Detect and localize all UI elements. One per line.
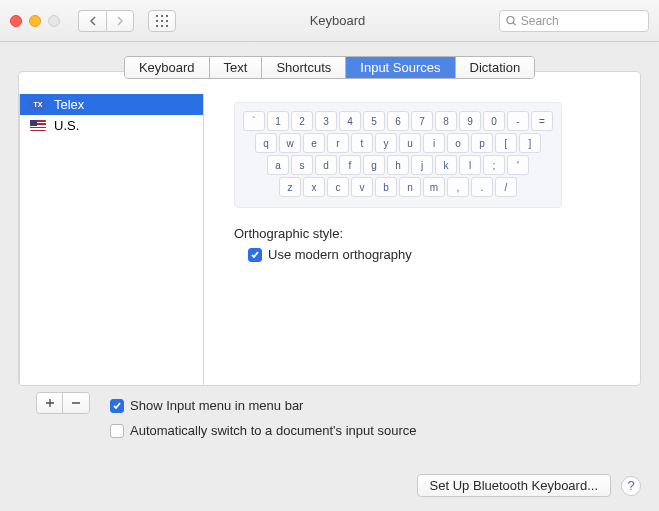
keyboard-row: qwertyuiop[] xyxy=(243,133,553,153)
tab-text[interactable]: Text xyxy=(210,57,263,78)
plus-icon xyxy=(45,398,55,408)
keyboard-layout-preview: `1234567890-=qwertyuiop[]asdfghjkl;'zxcv… xyxy=(234,102,562,208)
svg-rect-4 xyxy=(161,20,163,22)
show-all-button[interactable] xyxy=(148,10,176,32)
tabbar-wrap: KeyboardTextShortcutsInput SourcesDictat… xyxy=(0,42,659,83)
keyboard-row: `1234567890-= xyxy=(243,111,553,131)
remove-source-button[interactable] xyxy=(63,393,89,413)
tab-keyboard[interactable]: Keyboard xyxy=(125,57,210,78)
titlebar: Keyboard xyxy=(0,0,659,42)
key: ] xyxy=(519,133,541,153)
input-source-row[interactable]: TXTelex xyxy=(20,94,203,115)
key: 5 xyxy=(363,111,385,131)
key: f xyxy=(339,155,361,175)
detail-pane: `1234567890-=qwertyuiop[]asdfghjkl;'zxcv… xyxy=(204,92,640,385)
key: 7 xyxy=(411,111,433,131)
key: m xyxy=(423,177,445,197)
check-icon xyxy=(112,401,122,411)
telex-flag-icon: TX xyxy=(30,99,46,110)
orthographic-style-label: Orthographic style: xyxy=(234,226,620,241)
key: = xyxy=(531,111,553,131)
setup-bluetooth-keyboard-button[interactable]: Set Up Bluetooth Keyboard... xyxy=(417,474,611,497)
key: j xyxy=(411,155,433,175)
key: 1 xyxy=(267,111,289,131)
key: 8 xyxy=(435,111,457,131)
tab-dictation[interactable]: Dictation xyxy=(456,57,535,78)
input-source-list-column: TXTelexU.S. xyxy=(19,92,204,385)
input-source-label: U.S. xyxy=(54,118,79,133)
tab-input-sources[interactable]: Input Sources xyxy=(346,57,455,78)
key: h xyxy=(387,155,409,175)
key: k xyxy=(435,155,457,175)
add-source-button[interactable] xyxy=(37,393,63,413)
show-input-menu-checkbox[interactable]: Show Input menu in menu bar xyxy=(110,398,416,413)
svg-rect-6 xyxy=(156,25,158,27)
key: ; xyxy=(483,155,505,175)
key: g xyxy=(363,155,385,175)
svg-rect-3 xyxy=(156,20,158,22)
key: t xyxy=(351,133,373,153)
auto-switch-label: Automatically switch to a document's inp… xyxy=(130,423,416,438)
key: r xyxy=(327,133,349,153)
add-remove-buttons xyxy=(36,392,90,414)
below-panel-row: Show Input menu in menu bar Automaticall… xyxy=(18,392,641,438)
key: ` xyxy=(243,111,265,131)
minus-icon xyxy=(71,398,81,408)
key: 2 xyxy=(291,111,313,131)
key: x xyxy=(303,177,325,197)
zoom-window-button xyxy=(48,15,60,27)
key: n xyxy=(399,177,421,197)
svg-line-10 xyxy=(513,22,516,25)
auto-switch-checkbox[interactable]: Automatically switch to a document's inp… xyxy=(110,423,416,438)
show-input-menu-label: Show Input menu in menu bar xyxy=(130,398,303,413)
nav-buttons xyxy=(78,10,134,32)
footer: Set Up Bluetooth Keyboard... ? xyxy=(417,474,641,497)
check-icon xyxy=(250,250,260,260)
key: q xyxy=(255,133,277,153)
key: . xyxy=(471,177,493,197)
key: s xyxy=(291,155,313,175)
svg-rect-5 xyxy=(166,20,168,22)
key: u xyxy=(399,133,421,153)
chevron-right-icon xyxy=(116,16,124,26)
key: 4 xyxy=(339,111,361,131)
content-panel: TXTelexU.S. `1234567890-=qwertyuiop[]asd… xyxy=(18,71,641,386)
key: e xyxy=(303,133,325,153)
window-title: Keyboard xyxy=(184,13,491,28)
checkbox-box xyxy=(248,248,262,262)
tabbar: KeyboardTextShortcutsInput SourcesDictat… xyxy=(124,56,535,79)
use-modern-orthography-label: Use modern orthography xyxy=(268,247,412,262)
grid-icon xyxy=(156,15,168,27)
search-input[interactable] xyxy=(521,14,642,28)
key: [ xyxy=(495,133,517,153)
keyboard-row: zxcvbnm,./ xyxy=(243,177,553,197)
key: 9 xyxy=(459,111,481,131)
svg-rect-0 xyxy=(156,15,158,17)
help-button[interactable]: ? xyxy=(621,476,641,496)
svg-rect-1 xyxy=(161,15,163,17)
key: , xyxy=(447,177,469,197)
checkbox-box xyxy=(110,399,124,413)
key: b xyxy=(375,177,397,197)
use-modern-orthography-checkbox[interactable]: Use modern orthography xyxy=(248,247,620,262)
minimize-window-button[interactable] xyxy=(29,15,41,27)
input-source-row[interactable]: U.S. xyxy=(20,115,203,136)
key: 0 xyxy=(483,111,505,131)
svg-rect-8 xyxy=(166,25,168,27)
key: c xyxy=(327,177,349,197)
key: w xyxy=(279,133,301,153)
back-button[interactable] xyxy=(78,10,106,32)
forward-button[interactable] xyxy=(106,10,134,32)
key: ' xyxy=(507,155,529,175)
global-options: Show Input menu in menu bar Automaticall… xyxy=(110,392,416,438)
close-window-button[interactable] xyxy=(10,15,22,27)
key: a xyxy=(267,155,289,175)
key: z xyxy=(279,177,301,197)
tab-shortcuts[interactable]: Shortcuts xyxy=(262,57,346,78)
key: 3 xyxy=(315,111,337,131)
svg-rect-2 xyxy=(166,15,168,17)
search-field-wrap[interactable] xyxy=(499,10,649,32)
search-icon xyxy=(506,15,517,27)
input-source-list[interactable]: TXTelexU.S. xyxy=(19,94,204,385)
key: l xyxy=(459,155,481,175)
